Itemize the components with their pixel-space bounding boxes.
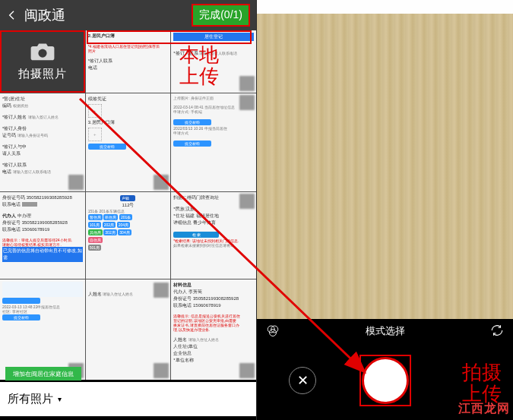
gallery-thumb[interactable]: *暂(居)住址编码 根据抓拍 *签订人姓名 请输入签订人姓名 *签订人身份证号码… — [0, 93, 85, 192]
gallery-thumb[interactable]: 上传图片: 身份证件正面 2022-03-14 08:41 当前居住地址信息申请… — [171, 93, 256, 192]
status-bar — [257, 0, 513, 14]
gallery-thumb[interactable]: 居住登记 *签订人联系 请输入签订人联系电话 — [171, 30, 256, 93]
gallery-thumb[interactable]: 户籍 112号 151条 201条车辆信息 暂住房 租住房 201条 101房 … — [86, 192, 171, 279]
camera-capture-tile[interactable]: 拍摄照片 — [0, 30, 85, 93]
gallery-thumb[interactable]: 续签凭证 + 3.居民户口簿 + 提交材料 — [86, 93, 171, 192]
camera-mode-row: 模式选择 — [257, 319, 513, 343]
add-info-button[interactable]: 增加在闽居住家庭信息 — [5, 367, 81, 381]
watermark: 江西龙网 — [458, 401, 510, 417]
annotation-box — [359, 355, 411, 406]
right-phone-screen: 模式选择 ✕ 江西龙网 — [257, 0, 513, 420]
camera-preview — [257, 0, 513, 319]
gallery-thumb[interactable]: 材料信息 代办人 李芳英 身份证号 350582199308285928 联系电… — [171, 279, 256, 381]
gallery-thumb[interactable]: 扫描二维码门牌查询址 *民族 汉族 *住址 福建 福州居住地 详细信息 青少年体… — [171, 192, 256, 279]
filter-icon[interactable] — [266, 324, 280, 339]
camera-mode-label[interactable]: 模式选择 — [366, 324, 405, 338]
camera-close-button[interactable]: ✕ — [289, 367, 316, 394]
shutter-wrap — [362, 357, 409, 404]
camera-icon — [30, 41, 55, 62]
back-icon[interactable] — [6, 9, 18, 21]
gallery-thumb[interactable]: 2.居民户口簿 *4.福建省流动人口居住登记凭[拍照]保存后照片 *签订人联系电… — [86, 30, 171, 93]
gallery-thumb[interactable]: 2022-03-13 13:48 22申报居住信息社区: 李村社区 提交材料 — [0, 279, 85, 381]
camera-tile-label: 拍摄照片 — [18, 67, 67, 81]
header-title: 闽政通 — [24, 6, 192, 24]
gallery-thumb[interactable]: 身份证号码 350582199308285928 联系电话 000000 代办人… — [0, 192, 85, 279]
photo-gallery-grid: 拍摄照片 2.居民户口簿 *4.福建省流动人口居住登记凭[拍照]保存后照片 *签… — [0, 30, 256, 380]
svg-point-0 — [38, 49, 46, 58]
gallery-thumb[interactable]: 人姓名 请输入住址人姓名 — [86, 279, 171, 381]
done-button[interactable]: 完成(0/1) — [192, 4, 250, 27]
refresh-icon[interactable] — [490, 324, 504, 339]
left-phone-screen: 闽政通 完成(0/1) 拍摄照片 2.居民户口簿 *4.福建省流动人口居住登记凭… — [0, 0, 256, 420]
chevron-down-icon: ▾ — [58, 395, 62, 403]
app-header: 闽政通 完成(0/1) — [0, 0, 256, 30]
album-picker-bar[interactable]: 所有照片 ▾ — [0, 382, 256, 416]
album-label: 所有照片 — [8, 392, 53, 406]
